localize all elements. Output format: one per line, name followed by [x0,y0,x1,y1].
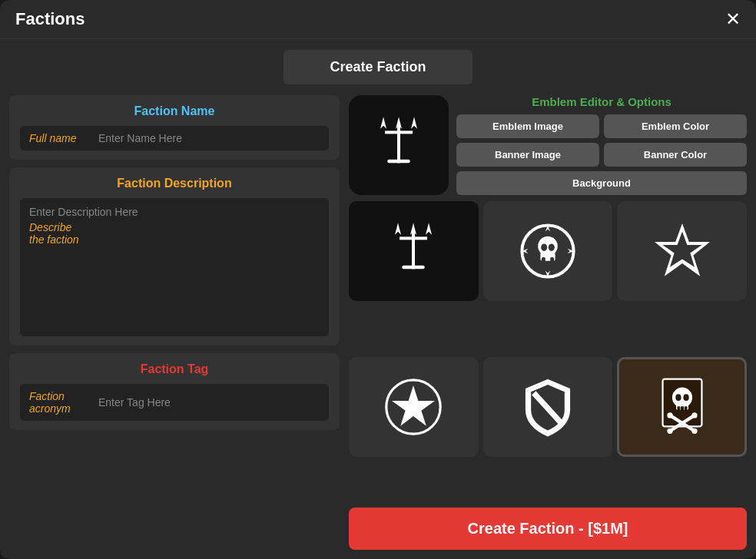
create-bottom-left [9,508,340,550]
skull-banner-icon [652,376,713,438]
close-button[interactable]: ✕ [725,10,741,28]
shield-icon [517,376,579,438]
svg-marker-9 [426,223,432,234]
modal-header: Factions ✕ [0,0,756,39]
faction-name-section: Faction Name Full name [9,95,340,160]
modal-title: Factions [15,9,85,29]
emblem-cell-trident[interactable] [349,201,479,301]
background-button[interactable]: Background [456,171,747,195]
emblem-cell-skull-banner[interactable] [617,357,747,457]
skull-circle-icon [517,220,579,282]
faction-tag-input-row: Factionacronym [20,384,329,421]
svg-rect-32 [680,406,683,411]
emblem-buttons-grid: Emblem Image Emblem Color Banner Image B… [456,114,747,195]
emblem-image-button[interactable]: Emblem Image [456,114,599,138]
create-bottom: Create Faction - [$1M] [0,508,756,559]
factions-modal: Factions ✕ Create Faction Faction Name F… [0,0,756,559]
banner-image-button[interactable]: Banner Image [456,143,599,167]
svg-rect-33 [685,406,688,411]
faction-description-box[interactable]: Enter Description Here Describe the fact… [20,198,329,336]
faction-name-label: Full name [29,132,91,144]
trident-emblem-icon [383,220,444,282]
faction-tag-section: Faction Tag Factionacronym [9,353,340,430]
desc-placeholder: Enter Description Here [29,206,320,218]
emblem-options: Emblem Editor & Options Emblem Image Emb… [456,95,747,195]
circle-star-icon [383,376,444,438]
svg-point-36 [667,412,672,418]
svg-point-39 [691,428,697,433]
create-faction-tab[interactable]: Create Faction [284,50,472,84]
svg-point-29 [683,394,688,401]
emblem-preview[interactable] [349,95,449,195]
faction-description-section: Faction Description Enter Description He… [9,167,340,346]
left-panel: Faction Name Full name Faction Descripti… [9,95,340,508]
star-icon [652,220,713,282]
create-faction-button[interactable]: Create Faction - [$1M] [349,508,747,550]
main-content: Faction Name Full name Faction Descripti… [0,95,756,508]
svg-rect-11 [403,266,425,270]
svg-marker-2 [411,117,417,128]
svg-point-37 [691,412,697,418]
emblem-cell-star[interactable] [617,201,747,301]
emblem-color-button[interactable]: Emblem Color [604,114,747,138]
trident-icon [368,114,429,176]
faction-tag-input[interactable] [98,396,320,408]
svg-rect-10 [412,230,415,269]
svg-rect-17 [542,257,545,263]
svg-marker-24 [392,385,435,426]
emblem-cell-skull-circle[interactable] [483,201,613,301]
faction-name-title: Faction Name [20,104,329,118]
svg-rect-18 [550,257,554,263]
svg-point-20 [549,243,555,251]
emblem-grid [349,201,747,508]
svg-rect-3 [397,124,400,163]
svg-point-38 [667,428,672,433]
svg-rect-31 [677,406,680,411]
svg-point-28 [675,394,681,401]
emblem-top: Emblem Editor & Options Emblem Image Emb… [349,95,747,195]
faction-name-input-row: Full name [20,126,329,150]
emblem-cell-shield[interactable] [483,357,613,457]
emblem-editor-title: Emblem Editor & Options [456,95,747,108]
faction-description-title: Faction Description [20,177,329,190]
faction-name-input[interactable] [98,132,320,144]
svg-point-19 [541,243,547,251]
desc-italic-1: Describe the faction [29,221,320,246]
banner-color-button[interactable]: Banner Color [604,143,747,167]
right-panel: Emblem Editor & Options Emblem Image Emb… [349,95,747,508]
faction-tag-title: Faction Tag [20,362,329,376]
svg-rect-4 [387,160,410,164]
faction-tag-label: Factionacronym [29,390,91,415]
svg-marker-1 [380,117,386,128]
tab-bar: Create Faction [0,39,756,95]
svg-marker-8 [395,223,401,234]
emblem-cell-circle-star[interactable] [349,357,479,457]
